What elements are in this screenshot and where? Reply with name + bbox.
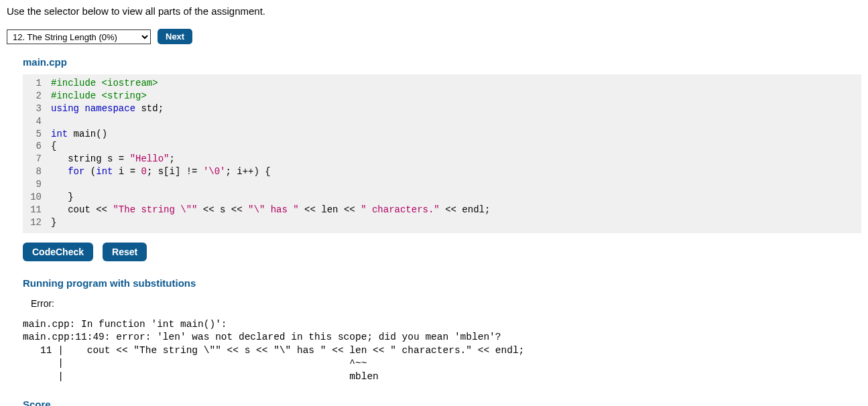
code-line[interactable]: 9 — [23, 178, 861, 191]
code-line[interactable]: 12} — [23, 216, 861, 229]
next-button[interactable]: Next — [158, 29, 192, 44]
selector-row: 12. The String Length (0%) Next — [7, 29, 861, 44]
line-number: 12 — [23, 216, 51, 229]
code-text[interactable] — [51, 178, 861, 191]
error-output: main.cpp: In function 'int main()': main… — [23, 318, 861, 384]
code-text[interactable]: } — [51, 216, 861, 229]
action-row: CodeCheck Reset — [23, 243, 861, 261]
code-line[interactable]: 3using namespace std; — [23, 103, 861, 115]
code-line[interactable]: 2#include <string> — [23, 90, 861, 103]
line-number: 4 — [23, 115, 51, 128]
code-line[interactable]: 7 string s = "Hello"; — [23, 153, 861, 165]
content-area: main.cpp 1#include <iostream>2#include <… — [7, 56, 861, 406]
line-number: 5 — [23, 128, 51, 141]
line-number: 3 — [23, 103, 51, 115]
code-text[interactable]: { — [51, 140, 861, 153]
line-number: 2 — [23, 90, 51, 103]
error-label: Error: — [23, 298, 861, 309]
reset-button[interactable]: Reset — [103, 243, 147, 261]
code-text[interactable] — [51, 115, 861, 128]
code-line[interactable]: 10 } — [23, 191, 861, 204]
code-text[interactable]: #include <iostream> — [51, 77, 861, 90]
code-text[interactable]: string s = "Hello"; — [51, 153, 861, 165]
code-text[interactable]: #include <string> — [51, 90, 861, 103]
line-number: 7 — [23, 153, 51, 165]
instruction-text: Use the selector below to view all parts… — [7, 5, 861, 17]
code-text[interactable]: using namespace std; — [51, 103, 861, 115]
line-number: 6 — [23, 140, 51, 153]
code-editor[interactable]: 1#include <iostream>2#include <string>3u… — [23, 74, 861, 233]
code-line[interactable]: 8 for (int i = 0; s[i] != '\0'; i++) { — [23, 165, 861, 178]
line-number: 8 — [23, 165, 51, 178]
code-text[interactable]: for (int i = 0; s[i] != '\0'; i++) { — [51, 165, 861, 178]
line-number: 11 — [23, 204, 51, 216]
code-text[interactable]: } — [51, 191, 861, 204]
line-number: 1 — [23, 77, 51, 90]
filename-label: main.cpp — [23, 56, 861, 68]
codecheck-button[interactable]: CodeCheck — [23, 243, 93, 261]
code-line[interactable]: 1#include <iostream> — [23, 77, 861, 90]
code-text[interactable]: int main() — [51, 128, 861, 141]
code-line[interactable]: 6{ — [23, 140, 861, 153]
line-number: 9 — [23, 178, 51, 191]
code-line[interactable]: 11 cout << "The string \"" << s << "\" h… — [23, 204, 861, 216]
part-selector[interactable]: 12. The String Length (0%) — [7, 29, 151, 44]
line-number: 10 — [23, 191, 51, 204]
code-line[interactable]: 5int main() — [23, 128, 861, 141]
result-heading: Running program with substitutions — [23, 277, 861, 289]
code-line[interactable]: 4 — [23, 115, 861, 128]
code-text[interactable]: cout << "The string \"" << s << "\" has … — [51, 204, 861, 216]
score-heading: Score — [23, 399, 861, 407]
